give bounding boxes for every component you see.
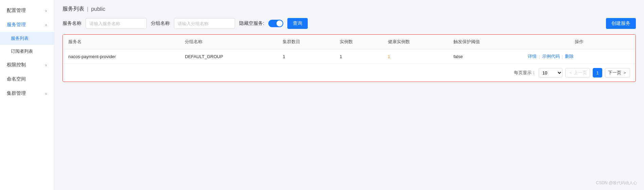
table-header-row: 服务名 分组名称 集群数目 实例数 健康实例数 触发保护阈值 操作	[63, 35, 636, 49]
sidebar-sub-item-label: 订阅者列表	[11, 49, 33, 54]
sidebar-item-namespace[interactable]: 命名空间	[0, 72, 54, 86]
chevron-down-icon: ∨	[45, 9, 47, 13]
action-divider-2: |	[562, 54, 563, 59]
header-separator: |	[87, 6, 88, 12]
page-header: 服务列表 | public	[62, 5, 636, 13]
hide-empty-toggle[interactable]	[268, 20, 283, 27]
col-header-actions: 操作	[522, 35, 636, 49]
cell-instance-count: 1	[334, 49, 382, 64]
filter-bar: 服务名称 分组名称 隐藏空服务: 查询 创建服务	[62, 18, 636, 29]
create-service-button[interactable]: 创建服务	[606, 18, 636, 29]
col-header-threshold: 触发保护阈值	[448, 35, 522, 49]
sidebar-item-config[interactable]: 配置管理 ∨	[0, 3, 54, 18]
page-title: 服务列表	[62, 5, 84, 13]
sidebar-sub-item-subscriber-list[interactable]: 订阅者列表	[0, 45, 54, 58]
sidebar-item-label: 命名空间	[7, 76, 26, 82]
per-page-label: 每页显示：	[514, 70, 536, 76]
detail-link[interactable]: 详情	[528, 53, 537, 59]
chevron-up-icon: ∧	[45, 23, 47, 27]
delete-link[interactable]: 删除	[565, 53, 574, 59]
namespace-label: public	[91, 6, 105, 12]
service-name-label: 服务名称	[62, 20, 82, 27]
sidebar-item-service[interactable]: 服务管理 ∧	[0, 18, 54, 32]
next-page-button[interactable]: 下一页 ＞	[605, 68, 630, 77]
action-links: 详情 | 示例代码 | 删除	[528, 53, 630, 59]
sidebar-item-label: 集群管理	[7, 90, 26, 97]
page-size-select[interactable]: 10 20 50	[539, 68, 562, 77]
example-code-link[interactable]: 示例代码	[542, 53, 560, 59]
chevron-down-icon: ∨	[45, 63, 47, 67]
sidebar-item-auth[interactable]: 权限控制 ∨	[0, 58, 54, 72]
sidebar-item-cluster[interactable]: 集群管理 ∨	[0, 86, 54, 101]
cell-service-name: nacos-payment-provider	[63, 49, 179, 64]
cell-actions: 详情 | 示例代码 | 删除	[522, 49, 636, 64]
watermark: CSDN @唯代码动人心	[596, 180, 637, 186]
query-button[interactable]: 查询	[287, 18, 308, 29]
col-header-healthy-count: 健康实例数	[382, 35, 448, 49]
main-content: 服务列表 | public 服务名称 分组名称 隐藏空服务: 查询 创建服务 服…	[54, 0, 644, 190]
group-name-label: 分组名称	[151, 20, 170, 27]
sidebar-sub-item-service-list[interactable]: 服务列表	[0, 32, 54, 45]
service-table-container: 服务名 分组名称 集群数目 实例数 健康实例数 触发保护阈值 操作 nacos-…	[62, 34, 636, 82]
service-name-input[interactable]	[86, 18, 147, 29]
col-header-instance-count: 实例数	[334, 35, 382, 49]
prev-page-button[interactable]: ＜ 上一页	[565, 68, 590, 77]
service-table: 服务名 分组名称 集群数目 实例数 健康实例数 触发保护阈值 操作 nacos-…	[63, 35, 636, 64]
col-header-service-name: 服务名	[63, 35, 179, 49]
group-name-input[interactable]	[174, 18, 235, 29]
sidebar-sub-item-label: 服务列表	[11, 36, 29, 41]
sidebar: 配置管理 ∨ 服务管理 ∧ 服务列表 订阅者列表 权限控制 ∨ 命名空间 集群管…	[0, 0, 54, 190]
table-row: nacos-payment-provider DEFAULT_GROUP 1 1…	[63, 49, 636, 64]
hide-empty-label: 隐藏空服务:	[239, 20, 264, 27]
cell-group-name: DEFAULT_GROUP	[179, 49, 277, 64]
chevron-down-icon: ∨	[45, 92, 47, 96]
pagination-row: 每页显示： 10 20 50 ＜ 上一页 1 下一页 ＞	[63, 64, 636, 82]
sidebar-item-label: 服务管理	[7, 22, 26, 28]
cell-healthy-count: 1	[382, 49, 448, 64]
sidebar-item-label: 权限控制	[7, 62, 26, 68]
cell-threshold: false	[448, 49, 522, 64]
cell-cluster-count: 1	[277, 49, 334, 64]
healthy-count-value: 1	[388, 54, 390, 59]
page-1-button[interactable]: 1	[593, 68, 602, 77]
col-header-cluster-count: 集群数目	[277, 35, 334, 49]
action-divider-1: |	[539, 54, 540, 59]
sidebar-item-label: 配置管理	[7, 7, 26, 14]
col-header-group-name: 分组名称	[179, 35, 277, 49]
